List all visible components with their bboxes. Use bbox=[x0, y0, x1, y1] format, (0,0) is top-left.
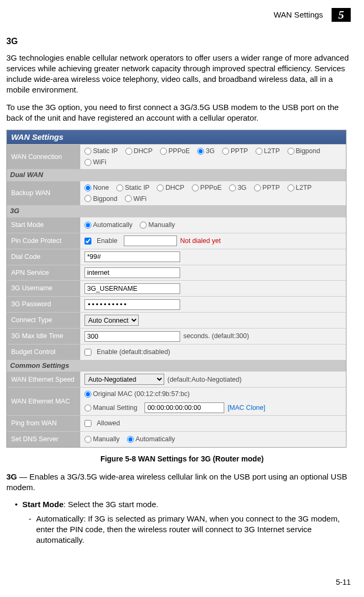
idle-time-label: 3G Max Idle Time bbox=[7, 329, 80, 344]
section-3g: 3G bbox=[7, 205, 346, 217]
radio-bk-l2tp[interactable] bbox=[287, 184, 294, 191]
radio-dhcp[interactable] bbox=[125, 148, 132, 155]
backup-wan-label: Backup WAN bbox=[7, 181, 80, 206]
radio-static-ip[interactable] bbox=[84, 148, 91, 155]
radio-start-manual[interactable] bbox=[140, 222, 147, 229]
bullet-start-label: Start Mode bbox=[22, 500, 64, 509]
radio-bk-wifi[interactable] bbox=[125, 195, 132, 202]
username-input[interactable] bbox=[84, 283, 180, 294]
mac-input[interactable] bbox=[145, 402, 224, 413]
radio-mac-orig[interactable] bbox=[84, 391, 91, 398]
radio-bk-pptp[interactable] bbox=[254, 184, 261, 191]
wan-speed-suffix: (default:Auto-Negotiated) bbox=[167, 375, 242, 384]
pin-enable-text: Enable bbox=[97, 237, 117, 246]
apn-input[interactable] bbox=[84, 267, 180, 278]
radio-dns-auto[interactable] bbox=[127, 436, 134, 443]
dial-code-label: Dial Code bbox=[7, 249, 80, 265]
budget-label: Budget Control bbox=[7, 344, 80, 360]
ping-label: Ping from WAN bbox=[7, 416, 80, 431]
figure-caption: Figure 5-8 WAN Settings for 3G (Router m… bbox=[6, 454, 358, 464]
radio-wifi[interactable] bbox=[84, 159, 91, 166]
radio-start-auto[interactable] bbox=[84, 222, 91, 229]
password-input[interactable] bbox=[84, 299, 180, 310]
section-heading: 3G bbox=[6, 36, 358, 47]
dial-code-input[interactable] bbox=[84, 251, 180, 262]
mac-clone-link[interactable]: [MAC Clone] bbox=[227, 403, 265, 413]
sub-bullet-auto: Automatically: If 3G is selected as prim… bbox=[29, 514, 358, 546]
desc-3g-label: 3G bbox=[6, 472, 17, 481]
ui-title: WAN Settings bbox=[7, 130, 346, 144]
section-dualwan: Dual WAN bbox=[7, 169, 346, 181]
intro-paragraph-1: 3G technologies enable cellular network … bbox=[6, 53, 358, 96]
wan-speed-label: WAN Ethernet Speed bbox=[7, 372, 80, 387]
radio-bk-pppoe[interactable] bbox=[192, 184, 199, 191]
radio-3g[interactable] bbox=[197, 148, 204, 155]
password-label: 3G Password bbox=[7, 297, 80, 312]
connect-type-select[interactable]: Auto Connect bbox=[84, 315, 139, 326]
wan-connection-options: Static IP DHCP PPPoE 3G PPTP L2TP Bigpon… bbox=[80, 145, 346, 169]
radio-bigpond[interactable] bbox=[287, 148, 294, 155]
radio-bk-bigpond[interactable] bbox=[84, 195, 91, 202]
ping-checkbox[interactable] bbox=[84, 420, 91, 427]
wan-speed-select[interactable]: Auto-Negotiated bbox=[84, 374, 164, 385]
username-label: 3G Username bbox=[7, 281, 80, 296]
start-mode-label: Start Mode bbox=[7, 217, 80, 233]
router-ui-screenshot: WAN Settings WAN Connection Static IP DH… bbox=[6, 130, 346, 448]
pin-status: Not dialed yet bbox=[180, 237, 221, 246]
desc-3g: 3G — Enables a 3G/3.5G wide-area wireles… bbox=[6, 472, 358, 493]
chapter-badge: 5 bbox=[332, 8, 351, 22]
intro-paragraph-2: To use the 3G option, you need to first … bbox=[6, 102, 358, 124]
radio-bk-3g[interactable] bbox=[229, 184, 236, 191]
radio-bk-dhcp[interactable] bbox=[157, 184, 164, 191]
page-number: 5-11 bbox=[336, 577, 351, 587]
desc-3g-text: — Enables a 3G/3.5G wide-area wireless c… bbox=[6, 472, 347, 492]
pin-code-input[interactable] bbox=[124, 236, 177, 246]
idle-time-input[interactable] bbox=[84, 331, 180, 342]
dns-label: Set DNS Server bbox=[7, 432, 80, 447]
pin-code-label: Pin Code Protect bbox=[7, 233, 80, 249]
wan-connection-label: WAN Connection bbox=[7, 145, 80, 169]
radio-pptp[interactable] bbox=[222, 148, 229, 155]
radio-bk-none[interactable] bbox=[84, 184, 91, 191]
radio-dns-manual[interactable] bbox=[84, 436, 91, 443]
pin-enable-checkbox[interactable] bbox=[84, 238, 91, 245]
backup-wan-options: None Static IP DHCP PPPoE 3G PPTP L2TP B… bbox=[80, 181, 346, 206]
apn-label: APN Service bbox=[7, 265, 80, 281]
radio-mac-manual[interactable] bbox=[84, 405, 91, 411]
ping-text: Allowed bbox=[97, 419, 120, 428]
header-section: WAN Settings bbox=[274, 10, 323, 20]
bullet-start-mode: Start Mode: Select the 3G start mode. Au… bbox=[15, 499, 358, 545]
budget-checkbox[interactable] bbox=[84, 349, 91, 356]
wan-mac-label: WAN Ethernet MAC bbox=[7, 388, 80, 415]
radio-bk-static[interactable] bbox=[116, 184, 123, 191]
connect-type-label: Connect Type bbox=[7, 313, 80, 328]
radio-l2tp[interactable] bbox=[256, 148, 263, 155]
budget-text: Enable (default:disabled) bbox=[97, 348, 170, 357]
bullet-start-text: : Select the 3G start mode. bbox=[64, 500, 158, 509]
idle-suffix: seconds. (default:300) bbox=[183, 332, 249, 341]
radio-pppoe[interactable] bbox=[160, 148, 167, 155]
section-common: Common Settings bbox=[7, 360, 346, 372]
